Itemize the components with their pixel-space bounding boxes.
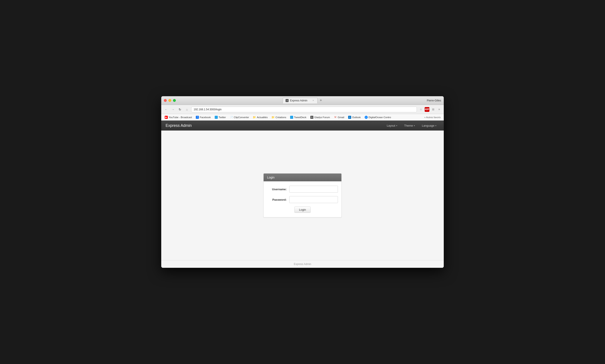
outlook-icon: O — [348, 116, 351, 119]
refresh-button[interactable]: ↻ — [177, 107, 183, 112]
star-icon[interactable]: ☆ — [418, 107, 423, 112]
bookmark-ocean[interactable]: D DigitalOcean Contro — [363, 115, 393, 119]
bookmark-gmail[interactable]: M Gmail — [332, 115, 346, 119]
bookmark-tweetdeck[interactable]: 🐦 TweetDeck — [288, 115, 308, 119]
admin-nav: Layout ▾ Theme ▾ Language ▾ — [384, 122, 439, 129]
user-name: Pierre-Gilles — [427, 99, 441, 102]
bookmark-youtube[interactable]: ▶ YouTube - Broadcast — [163, 115, 194, 119]
bookmark-twitter-label: Twitter — [219, 116, 226, 118]
gladys-icon: G — [310, 116, 313, 119]
tweetdeck-icon: 🐦 — [290, 116, 293, 119]
bookmark-facebook[interactable]: f Facebook — [194, 115, 213, 119]
nav-layout-arrow: ▾ — [396, 124, 397, 127]
tab-favicon: A — [285, 99, 289, 102]
app-content: Express Admin Layout ▾ Theme ▾ Language … — [161, 120, 444, 268]
address-bar: ← → ↻ ⌂ ☆ ABP ⊞ ≡ — [161, 105, 444, 114]
form-actions: Login — [267, 207, 338, 213]
minimize-button[interactable] — [168, 99, 171, 102]
bookmark-ocean-label: DigitalOcean Contro — [369, 116, 391, 118]
bookmark-gmail-label: Gmail — [338, 116, 344, 118]
bookmark-twitter[interactable]: 🐦 Twitter — [213, 115, 228, 119]
bookmark-creations[interactable]: 📁 Créations — [270, 115, 288, 119]
forward-button[interactable]: → — [170, 107, 175, 112]
bookmark-actualites[interactable]: 📁 Actualités — [251, 115, 269, 119]
nav-layout[interactable]: Layout ▾ — [384, 122, 400, 129]
bookmark-gladys-label: Gladys Forum — [314, 116, 330, 118]
main-content: Login Username: Password: Login — [161, 130, 444, 260]
gmail-icon: M — [334, 116, 337, 119]
nav-language[interactable]: Language ▾ — [419, 122, 439, 129]
address-input[interactable] — [191, 107, 417, 112]
username-group: Username: — [267, 186, 338, 193]
back-button[interactable]: ← — [163, 107, 169, 112]
bookmarks-bar: ▶ YouTube - Broadcast f Facebook 🐦 Twitt… — [161, 114, 444, 120]
bookmark-tweetdeck-label: TweetDeck — [294, 116, 306, 118]
mac-window: A Express Admin × + Pierre-Gilles ← → ↻ … — [161, 96, 444, 268]
new-tab-button[interactable]: + — [318, 97, 324, 104]
password-input[interactable] — [289, 196, 338, 203]
bookmark-actualites-label: Actualités — [257, 116, 268, 118]
username-label: Username: — [267, 188, 287, 191]
app-footer: Express Admin — [161, 260, 444, 268]
active-tab[interactable]: A Express Admin × — [283, 98, 318, 103]
bookmark-youtube-label: YouTube - Broadcast — [169, 116, 192, 118]
admin-navbar: Express Admin Layout ▾ Theme ▾ Language … — [161, 120, 444, 130]
bookmark-clipconverter-label: ClipConverter — [234, 116, 249, 118]
bookmark-clipconverter[interactable]: 📄 ClipConverter — [228, 115, 251, 119]
home-button[interactable]: ⌂ — [184, 107, 189, 112]
bookmark-outlook-label: Outlook — [352, 116, 361, 118]
address-icons: ☆ ABP ⊞ ≡ — [418, 107, 442, 112]
creations-icon: 📁 — [272, 116, 275, 119]
adblock-icon[interactable]: ABP — [425, 107, 430, 112]
admin-brand: Express Admin — [166, 123, 192, 128]
window-user: Pierre-Gilles — [427, 99, 441, 102]
login-card-header: Login — [264, 173, 341, 181]
youtube-icon: ▶ — [165, 116, 168, 119]
nav-theme-label: Theme — [404, 124, 413, 127]
login-header-label: Login — [267, 176, 274, 179]
nav-theme[interactable]: Theme ▾ — [401, 122, 418, 129]
login-button[interactable]: Login — [295, 207, 310, 213]
password-group: Password: — [267, 196, 338, 203]
bookmark-creations-label: Créations — [276, 116, 286, 118]
layers-icon[interactable]: ⊞ — [431, 107, 435, 112]
actualites-icon: 📁 — [253, 116, 256, 119]
login-card: Login Username: Password: Login — [263, 173, 342, 217]
nav-language-label: Language — [422, 124, 434, 127]
login-card-body: Username: Password: Login — [264, 181, 341, 217]
close-button[interactable] — [164, 99, 167, 102]
password-label: Password: — [267, 198, 287, 201]
maximize-button[interactable] — [173, 99, 176, 102]
bookmark-facebook-label: Facebook — [200, 116, 211, 118]
nav-layout-label: Layout — [387, 124, 395, 127]
clipconverter-icon: 📄 — [230, 116, 233, 119]
bookmarks-more-button[interactable]: » Autres favoris — [423, 115, 442, 119]
nav-theme-arrow: ▾ — [414, 124, 415, 127]
tab-close-button[interactable]: × — [312, 99, 315, 102]
nav-language-arrow: ▾ — [435, 124, 436, 127]
tab-label: Express Admin — [290, 99, 307, 102]
bookmark-gladys[interactable]: G Gladys Forum — [309, 115, 332, 119]
username-input[interactable] — [289, 186, 338, 193]
bookmark-outlook[interactable]: O Outlook — [346, 115, 363, 119]
twitter-icon: 🐦 — [215, 116, 218, 119]
tab-bar: A Express Admin × + — [180, 97, 427, 104]
title-bar: A Express Admin × + Pierre-Gilles — [161, 96, 444, 105]
facebook-icon: f — [196, 116, 199, 119]
footer-label: Express Admin — [294, 262, 311, 266]
traffic-lights — [164, 99, 176, 102]
ocean-icon: D — [365, 116, 368, 119]
menu-icon[interactable]: ≡ — [437, 107, 442, 112]
